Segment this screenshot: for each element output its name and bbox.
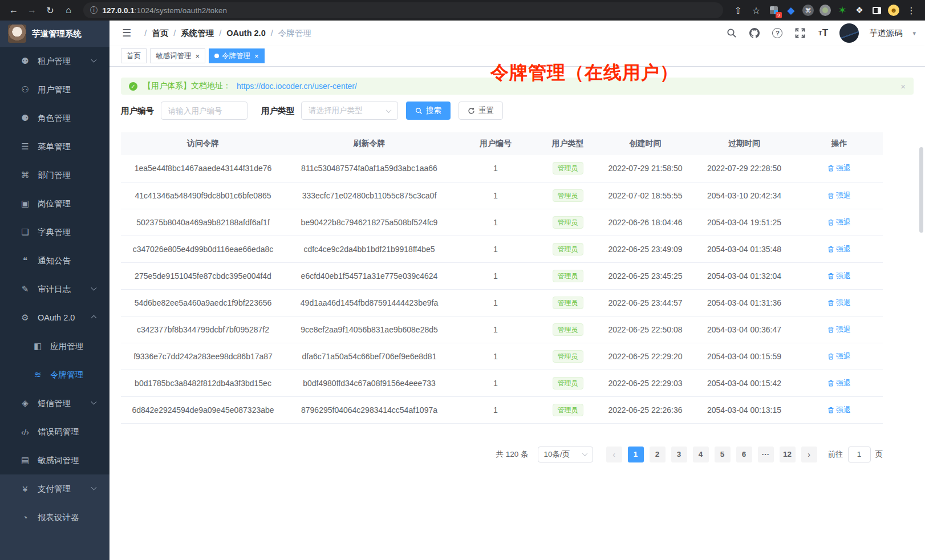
- sidebar-item[interactable]: ≋ 令牌管理: [0, 360, 109, 389]
- sidebar-item[interactable]: ⚈ 角色管理: [0, 104, 109, 132]
- page-number-button[interactable]: 12: [780, 447, 796, 462]
- reload-icon[interactable]: ↻: [42, 2, 58, 18]
- table-row: 502375b8040a469a9b82188afdf6af1f be90422…: [121, 209, 883, 236]
- extension-gem-icon[interactable]: ◆: [784, 3, 798, 18]
- force-logout-button[interactable]: 强退: [827, 244, 851, 254]
- extension-record-icon[interactable]: [818, 3, 833, 18]
- url-path: :1024/system/oauth2/token: [135, 6, 227, 15]
- goto-page-input[interactable]: [848, 447, 871, 462]
- sidebar-item[interactable]: ✎ 审计日志: [0, 275, 109, 303]
- doc-alert-banner: ✓ 【用户体系】文档地址： https://doc.iocoder.cn/use…: [121, 78, 914, 95]
- avatar[interactable]: [839, 23, 859, 43]
- info-icon[interactable]: ⓘ: [90, 5, 98, 15]
- sidebar-item[interactable]: ⌘ 部门管理: [0, 161, 109, 189]
- sidebar-item[interactable]: ⚉ 租户管理: [0, 47, 109, 75]
- force-logout-button[interactable]: 强退: [827, 271, 851, 281]
- user-type-badge: 管理员: [553, 162, 583, 175]
- bookmark-star-icon[interactable]: ☆: [748, 2, 764, 18]
- fullscreen-icon[interactable]: [794, 27, 806, 39]
- back-icon[interactable]: ←: [6, 2, 22, 18]
- user-type-badge: 管理员: [553, 297, 583, 309]
- prev-page-button[interactable]: ‹: [606, 447, 622, 462]
- sidebar-toggle-icon[interactable]: ☰: [119, 27, 135, 39]
- forward-icon[interactable]: →: [24, 2, 40, 18]
- font-size-icon[interactable]: TT: [817, 27, 829, 39]
- close-icon[interactable]: ×: [196, 52, 200, 60]
- search-button[interactable]: 搜索: [406, 102, 451, 120]
- sidebar-item[interactable]: ⚙ OAuth 2.0: [0, 303, 109, 332]
- sidebar-item[interactable]: ▤ 敏感词管理: [0, 446, 109, 474]
- address-bar[interactable]: ⓘ 127.0.0.1:1024/system/oauth2/token: [83, 2, 723, 18]
- page-number-button[interactable]: 6: [736, 447, 752, 462]
- force-logout-button[interactable]: 强退: [827, 298, 851, 308]
- app-title: 芋道管理系统: [32, 29, 82, 39]
- sidebar-item-label: 部门管理: [38, 170, 71, 181]
- doc-link[interactable]: https://doc.iocoder.cn/user-center/: [237, 82, 357, 91]
- extension-cmd-icon[interactable]: ⌘: [801, 3, 816, 18]
- page-number-button[interactable]: 2: [650, 447, 666, 462]
- force-logout-button[interactable]: 强退: [827, 217, 851, 228]
- breadcrumb-item[interactable]: 首页: [152, 28, 168, 39]
- force-logout-button[interactable]: 强退: [827, 351, 851, 362]
- refresh-token-cell: 49d1aa46d1454fbd87591444423be9fa: [285, 289, 453, 316]
- extension-grid-icon[interactable]: 9: [766, 3, 781, 18]
- user-id-cell: 1: [453, 343, 538, 370]
- extensions-puzzle-icon[interactable]: ❖: [852, 3, 867, 18]
- user-id-cell: 1: [453, 289, 538, 316]
- reset-button[interactable]: 重置: [459, 102, 503, 120]
- share-icon[interactable]: ⇧: [730, 2, 746, 18]
- next-page-button[interactable]: ›: [801, 447, 817, 462]
- scrollbar-thumb[interactable]: [919, 147, 923, 233]
- sidebar-item[interactable]: ▣ 岗位管理: [0, 189, 109, 218]
- help-icon[interactable]: ?: [771, 27, 784, 39]
- page-number-button[interactable]: 1: [628, 447, 644, 462]
- browser-menu-icon[interactable]: ⋮: [903, 2, 919, 18]
- sidebar-item[interactable]: ❏ 字典管理: [0, 218, 109, 246]
- sidebar-item[interactable]: ⚇ 用户管理: [0, 75, 109, 104]
- sidebar-item[interactable]: ◈ 短信管理: [0, 389, 109, 417]
- page-number-button[interactable]: ···: [758, 447, 774, 462]
- force-logout-button[interactable]: 强退: [827, 190, 851, 201]
- close-icon[interactable]: ×: [254, 52, 259, 60]
- sidebar-item[interactable]: ❝ 通知公告: [0, 246, 109, 275]
- access-token-cell: b0d1785bc3a8482f812db4a3f3bd15ec: [121, 370, 285, 396]
- breadcrumb-item[interactable]: 系统管理: [181, 28, 214, 39]
- force-logout-button[interactable]: 强退: [827, 163, 851, 173]
- alert-close-icon[interactable]: ×: [900, 82, 906, 91]
- side-panel-icon[interactable]: [869, 3, 884, 18]
- sidebar-item[interactable]: ◧ 应用管理: [0, 332, 109, 360]
- sidebar-item[interactable]: ☰ 菜单管理: [0, 132, 109, 161]
- extension-star-icon[interactable]: ✶: [835, 3, 850, 18]
- sidebar-item[interactable]: ¥ 支付管理: [0, 474, 109, 503]
- force-logout-button[interactable]: 强退: [827, 378, 851, 388]
- user-id-input[interactable]: [161, 102, 248, 120]
- sidebar-item[interactable]: ◔ 报表设计器: [0, 503, 109, 531]
- page-number-button[interactable]: 4: [693, 447, 709, 462]
- trash-icon: [827, 353, 834, 360]
- sidebar-item[interactable]: ‹/› 错误码管理: [0, 417, 109, 446]
- app-logo[interactable]: 芋道管理系统: [0, 21, 109, 47]
- trash-icon: [827, 299, 834, 306]
- menu-icon: ‹/›: [19, 427, 31, 437]
- view-tab[interactable]: 令牌管理 ×: [209, 48, 265, 63]
- breadcrumb-item[interactable]: 令牌管理: [278, 28, 311, 39]
- breadcrumb-item[interactable]: OAuth 2.0: [226, 29, 265, 38]
- page-number-button[interactable]: 3: [671, 447, 687, 462]
- user-type-select[interactable]: 请选择用户类型: [301, 102, 398, 120]
- user-name[interactable]: 芋道源码: [869, 28, 902, 39]
- force-logout-button[interactable]: 强退: [827, 324, 851, 335]
- search-icon[interactable]: [725, 27, 738, 39]
- home-icon[interactable]: ⌂: [60, 2, 76, 18]
- user-dropdown-caret-icon[interactable]: ▾: [912, 30, 916, 37]
- page-size-select[interactable]: 10条/页: [538, 447, 593, 462]
- table-row: 54d6be82ee5a460a9aedc1f9bf223656 49d1aa4…: [121, 289, 883, 316]
- force-logout-button[interactable]: 强退: [827, 405, 851, 415]
- github-icon[interactable]: [748, 27, 761, 39]
- column-header: 创建时间: [598, 132, 693, 155]
- profile-emoji-icon[interactable]: ☻: [886, 3, 901, 18]
- page-number-button[interactable]: 5: [715, 447, 731, 462]
- view-tab[interactable]: 首页 ×: [121, 48, 147, 63]
- refresh-token-cell: be90422b8c7946218275a508bf524fc9: [285, 209, 453, 236]
- view-tab[interactable]: 敏感词管理 ×: [150, 48, 205, 63]
- token-table: 访问令牌刷新令牌用户编号用户类型创建时间过期时间操作 1ea5e44f8bc14…: [121, 132, 883, 424]
